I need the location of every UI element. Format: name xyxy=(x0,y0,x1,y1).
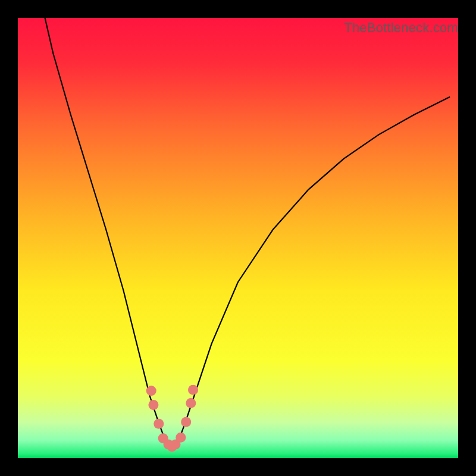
chart-frame: TheBottleneck.com xyxy=(0,0,476,476)
bottleneck-curve xyxy=(18,18,458,458)
curve-marker xyxy=(148,400,158,410)
curve-marker xyxy=(146,386,156,396)
curve-marker xyxy=(186,398,196,408)
curve-marker xyxy=(181,417,191,427)
watermark-text: TheBottleneck.com xyxy=(344,20,458,36)
curve-marker xyxy=(154,419,164,429)
curve-marker xyxy=(176,433,186,443)
plot-area: TheBottleneck.com xyxy=(18,18,458,458)
curve-marker xyxy=(188,385,198,395)
